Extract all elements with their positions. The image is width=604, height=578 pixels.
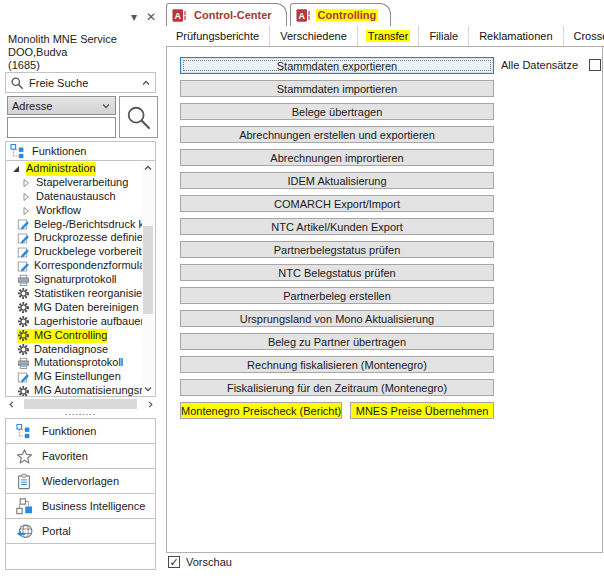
subtab-label: Reklamationen: [477, 30, 554, 42]
tree-item-content: Beleg-/Berichtsdruck konfig: [17, 218, 142, 232]
tree-item-administration[interactable]: Administration: [6, 162, 142, 176]
tree-item-beleg-berichtsdruck-konfig[interactable]: Beleg-/Berichtsdruck konfig: [6, 218, 142, 232]
search-field-dropdown[interactable]: Adresse: [7, 96, 116, 115]
subtab-verschiedene[interactable]: Verschiedene: [270, 26, 358, 46]
button-idem-aktualisierung[interactable]: IDEM Aktualisierung: [180, 172, 494, 189]
printer-icon: [17, 357, 30, 370]
free-search-header[interactable]: Freie Suche: [5, 72, 156, 93]
pin-icon[interactable]: ▾: [131, 10, 137, 24]
sidebar-panel-label: Favoriten: [42, 450, 88, 462]
alle-datensaetze-checkbox[interactable]: [589, 59, 601, 71]
gear-icon: [17, 301, 30, 314]
tree-item-workflow[interactable]: Workflow: [6, 204, 142, 218]
action-buttons: Stammdaten exportierenStammdaten importi…: [180, 57, 494, 425]
panel-splitter[interactable]: .........: [5, 409, 156, 418]
tree-item-label: Stapelverarbeitung: [36, 176, 128, 190]
app-icon: A: [172, 8, 187, 23]
tree-item-mg-automatisierungsmodu[interactable]: MG Automatisierungsmodu: [6, 384, 142, 397]
gear-icon: [17, 287, 30, 300]
tree-item-statistiken-reorganisieren[interactable]: Statistiken reorganisieren: [6, 287, 142, 301]
sidebar-panel-business-intelligence[interactable]: Business Intelligence: [5, 493, 156, 519]
tree-item-stapelverarbeitung[interactable]: Stapelverarbeitung: [6, 176, 142, 190]
hierarchy-icon: [10, 143, 26, 159]
subtab-transfer[interactable]: Transfer: [358, 26, 420, 46]
tree-item-content: MG Controlling: [17, 329, 107, 343]
tree-item-content: Druckprozesse definieren: [17, 231, 142, 245]
close-icon[interactable]: ✕: [146, 10, 156, 24]
subtab-filiale[interactable]: Filiale: [419, 26, 469, 46]
button-partnerbelegstatus-pr-fen[interactable]: Partnerbelegstatus prüfen: [180, 241, 494, 258]
subtab-reklamationen[interactable]: Reklamationen: [469, 26, 563, 46]
expander-closed-icon: [19, 178, 32, 188]
sidebar-panel-funktionen[interactable]: Funktionen: [5, 418, 156, 444]
edit-icon: [17, 371, 30, 384]
tree-item-content: Korrespondenzformulare b: [17, 259, 142, 273]
tree-vertical-scrollbar[interactable]: [142, 162, 154, 395]
search-field-value: Adresse: [12, 100, 97, 112]
tree-item-signaturprotokoll[interactable]: Signaturprotokoll: [6, 273, 142, 287]
tree-item-label: Signaturprotokoll: [34, 273, 117, 287]
tree-item-content: Signaturprotokoll: [17, 273, 117, 287]
chevron-up-icon[interactable]: [141, 78, 151, 88]
button-abrechnungen-erstellen-und-exportieren[interactable]: Abrechnungen erstellen und exportieren: [180, 126, 494, 143]
search-button[interactable]: [119, 96, 158, 138]
tab-controlling[interactable]: AControlling: [290, 3, 392, 26]
tree-item-datendiagnose[interactable]: Datendiagnose: [6, 343, 142, 357]
document-tabs: AControl-CenterAControlling: [166, 2, 394, 26]
sidebar-empty-panel: [5, 543, 156, 570]
scroll-up-icon[interactable]: [142, 162, 154, 174]
tree-item-label: MG Controlling: [34, 329, 107, 343]
scrollbar-thumb[interactable]: [143, 226, 153, 314]
tree-item-lagerhistorie-aufbauen[interactable]: Lagerhistorie aufbauen: [6, 315, 142, 329]
tree-item-korrespondenzformulare-b[interactable]: Korrespondenzformulare b: [6, 259, 142, 273]
button-comarch-export-import[interactable]: COMARCH Export/Import: [180, 195, 494, 212]
button-belege-bertragen[interactable]: Belege übertragen: [180, 103, 494, 120]
tree-item-mg-controlling[interactable]: MG Controlling: [6, 329, 142, 343]
tree-item-content: Statistiken reorganisieren: [17, 287, 142, 301]
functions-header[interactable]: Funktionen: [5, 141, 156, 161]
search-input[interactable]: [7, 117, 116, 138]
tree-items: AdministrationStapelverarbeitungDatenaus…: [6, 162, 142, 397]
sidebar-nav-panels: FunktionenFavoritenWiedervorlagenBusines…: [5, 419, 156, 570]
button-abrechnungen-imprortieren[interactable]: Abrechnungen imprortieren: [180, 149, 494, 166]
sidebar-panel-label: Wiedervorlagen: [42, 475, 119, 487]
tree-item-label: Lagerhistorie aufbauen: [34, 315, 142, 329]
tree-item-content: MG Einstellungen: [17, 370, 121, 384]
button-partnerbeleg-erstellen[interactable]: Partnerbeleg erstellen: [180, 287, 494, 304]
tree-item-druckprozesse-definieren[interactable]: Druckprozesse definieren: [6, 231, 142, 245]
tree-item-content: MG Automatisierungsmodu: [17, 384, 142, 397]
tab-control-center[interactable]: AControl-Center: [166, 3, 287, 26]
button-ntc-artikel-kunden-export[interactable]: NTC Artikel/Kunden Export: [180, 218, 494, 235]
button-beleg-zu-partner-bertragen[interactable]: Beleg zu Partner übertragen: [180, 333, 494, 350]
sidebar-panel-portal[interactable]: Portal: [5, 518, 156, 544]
vorschau-checkbox[interactable]: [168, 556, 180, 568]
sidebar-panel-wiedervorlagen[interactable]: Wiedervorlagen: [5, 468, 156, 494]
tree-item-mg-daten-bereinigen[interactable]: MG Daten bereinigen: [6, 301, 142, 315]
button-stammdaten-exportieren[interactable]: Stammdaten exportieren: [180, 57, 494, 74]
tree-item-label: Statistiken reorganisieren: [34, 287, 142, 301]
tree-item-mg-einstellungen[interactable]: MG Einstellungen: [6, 370, 142, 384]
tree-item-label: Administration: [26, 162, 96, 176]
button-montenegro-preischeck-bericht[interactable]: Montenegro Preischeck (Bericht): [180, 402, 342, 419]
tree-item-druckbelege-vorbereiten[interactable]: Druckbelege vorbereiten: [6, 245, 142, 259]
button-rechnung-fiskalisieren-montenegro[interactable]: Rechnung fiskalisieren (Montenegro): [180, 356, 494, 373]
scroll-down-icon[interactable]: [142, 383, 154, 395]
button-mnes-preise-bernehmen[interactable]: MNES Preise Übernehmen: [350, 402, 494, 419]
sidebar-panel-favoriten[interactable]: Favoriten: [5, 443, 156, 469]
subtab-crossdocking[interactable]: Crossdocking: [564, 26, 604, 46]
tree-item-mutationsprotokoll[interactable]: Mutationsprotokoll: [6, 356, 142, 370]
button-fiskalisierung-f-r-den-zeitraum-montenegro[interactable]: Fiskalisierung für den Zeitraum (Montene…: [180, 379, 494, 396]
button-stammdaten-importieren[interactable]: Stammdaten importieren: [180, 80, 494, 97]
alle-datensaetze-label: Alle Datensätze: [501, 59, 578, 71]
button-ursprungsland-von-mono-aktualisierung[interactable]: Ursprungsland von Mono Aktualisierung: [180, 310, 494, 327]
app-icon: A: [296, 8, 311, 23]
gear-icon: [17, 329, 30, 342]
tree-item-datenaustausch[interactable]: Datenaustausch: [6, 190, 142, 204]
button-ntc-belegstatus-pr-fen[interactable]: NTC Belegstatus prüfen: [180, 264, 494, 281]
subtab-pr-fungsberichte[interactable]: Prüfungsberichte: [166, 26, 270, 46]
vorschau-row: Vorschau: [168, 556, 232, 568]
gear-icon: [17, 385, 30, 397]
tree-item-label: MG Daten bereinigen: [34, 301, 139, 315]
search-icon: [125, 104, 152, 131]
subtab-label: Crossdocking: [572, 30, 604, 42]
